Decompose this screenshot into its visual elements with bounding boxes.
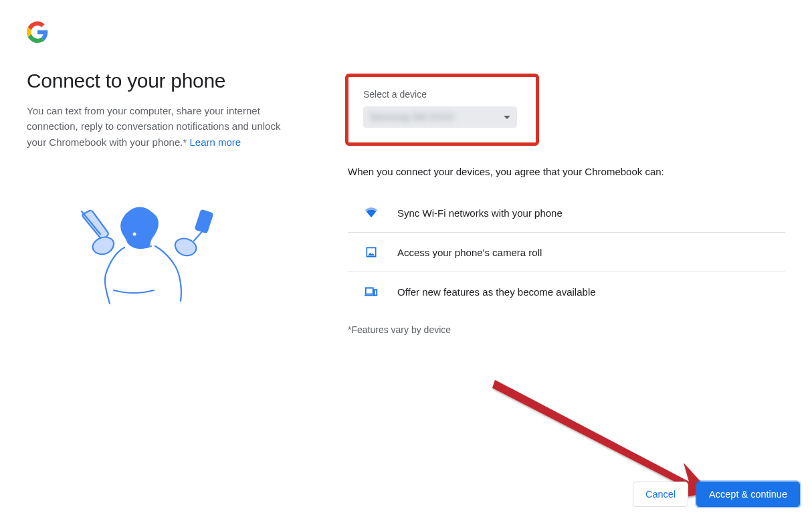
description-text: You can text from your computer, share y… [27,105,280,148]
photo-icon [364,245,379,260]
feature-text: Sync Wi-Fi networks with your phone [397,207,563,219]
feature-row-wifi: Sync Wi-Fi networks with your phone [348,193,785,233]
device-dropdown[interactable]: Samsung SM-XXXX [363,106,517,128]
svg-rect-1 [195,210,213,233]
wifi-icon [364,205,379,220]
chevron-down-icon [504,116,510,119]
device-dropdown-value: Samsung SM-XXXX [370,112,454,122]
cancel-button[interactable]: Cancel [633,482,688,507]
device-select-highlight: Select a device Samsung SM-XXXX [345,74,539,146]
accept-continue-button[interactable]: Accept & continue [696,482,800,507]
feature-text: Access your phone's camera roll [397,247,542,258]
button-bar: Cancel Accept & continue [633,482,800,507]
google-logo-icon [27,21,48,43]
learn-more-link[interactable]: Learn more [189,136,241,148]
feature-row-new-features: Offer new features as they become availa… [348,272,785,311]
feature-row-camera-roll: Access your phone's camera roll [348,233,785,272]
feature-list: Sync Wi-Fi networks with your phone Acce… [348,193,785,311]
devices-icon [364,284,379,299]
feature-text: Offer new features as they become availa… [397,286,596,298]
page-title: Connect to your phone [27,70,308,92]
features-footnote: *Features vary by device [348,324,785,335]
select-device-label: Select a device [363,89,521,100]
svg-point-0 [133,232,136,235]
phone-illustration [67,203,308,313]
page-description: You can text from your computer, share y… [27,103,294,150]
agreement-intro: When you connect your devices, you agree… [348,166,785,177]
